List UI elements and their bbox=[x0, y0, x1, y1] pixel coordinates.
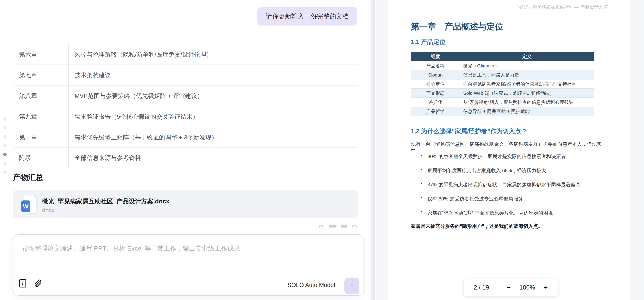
table-row: 产品形态 Solo Web 端（响应式，兼顾 PC 和移动端） bbox=[411, 88, 594, 97]
table-header-row: 维度 定义 bbox=[411, 52, 594, 61]
table-row: 附录 全部信息来源与参考资料 bbox=[14, 147, 358, 168]
scroll-dot[interactable] bbox=[3, 135, 6, 138]
word-badge: W bbox=[21, 200, 30, 212]
slash-command-icon[interactable]: / bbox=[19, 279, 26, 287]
header-cell-dimension: 维度 bbox=[411, 52, 460, 61]
dimension-cell: 产品名称 bbox=[411, 61, 460, 70]
chapter-cell: 附录 bbox=[14, 148, 69, 168]
dimension-cell: Slogan bbox=[411, 70, 460, 79]
model-selector[interactable]: SOLO Auto Model bbox=[287, 281, 335, 289]
chat-input[interactable] bbox=[22, 244, 340, 274]
bullet-marker: • bbox=[411, 167, 428, 174]
dimension-cell: 产品形态 bbox=[411, 89, 460, 97]
chapter-title-cell: 风控与伦理策略（隐私/防牟利/医疗免责/设计伦理） bbox=[69, 44, 358, 64]
bullet-marker: • bbox=[411, 210, 428, 216]
definition-cell: 面向罕见病患者家属/照护者的信息互助与心理支持社区 bbox=[460, 79, 594, 88]
arrow-up-icon: ↑ bbox=[350, 281, 354, 291]
scroll-dot-active[interactable] bbox=[3, 153, 6, 156]
artifacts-heading: 产物汇总 bbox=[13, 173, 43, 183]
send-button[interactable]: ↑ bbox=[344, 278, 360, 294]
table-row: 第八章 MVP范围与参赛策略（优先级矩阵 + 评审建议） bbox=[14, 85, 358, 106]
chapter-title-cell: 技术架构建议 bbox=[69, 65, 358, 85]
dimension-cell: 产品哲学 bbox=[411, 107, 460, 116]
action-icon[interactable] bbox=[329, 225, 336, 228]
section-heading-1-1: 1.1 产品定位 bbox=[411, 38, 446, 46]
list-item: • 仅有 30% 的受访者接受过专业心理健康服务 bbox=[411, 195, 616, 202]
document-page: 「微光」罕见病家属互助社区 — 产品设计方案 第一章 产品概述与定位 1.1 产… bbox=[388, 0, 630, 300]
definition-cell: 信息导航 + 同辈互助 + 照护赋能 bbox=[460, 107, 594, 116]
conclusion-statement: 家属是未被充分服务的“隐形用户”，这是我们的蓝海切入点。 bbox=[411, 223, 543, 229]
document-running-header: 「微光」罕见病家属互助社区 — 产品设计方案 bbox=[514, 4, 608, 10]
scroll-dot[interactable] bbox=[3, 144, 6, 147]
bullet-text: 家属平均年度医疗支出占家庭收入 68%，经济压力极大 bbox=[428, 167, 546, 174]
viewer-toolbar: 2 / 19 − 100% + bbox=[464, 279, 558, 296]
bullet-marker: • bbox=[411, 195, 428, 202]
table-row: 第十章 需求优先级修正矩阵（基于验证的调整 + 3个新发现） bbox=[14, 127, 358, 147]
bullet-text: 家属在“求医问药”过程中面临信息碎片化、真伪难辨的困境 bbox=[428, 210, 553, 216]
toolbar-separator bbox=[498, 283, 498, 292]
user-message-bubble: 请你更新输入一份完整的文档 bbox=[257, 7, 357, 26]
artifact-file-type: docx bbox=[42, 207, 54, 214]
definition-cell: 信息是工具，同路人是力量 bbox=[460, 70, 594, 79]
action-icon[interactable] bbox=[352, 225, 357, 228]
page-indicator: 2 / 19 bbox=[474, 284, 489, 291]
chapter-cell: 第六章 bbox=[14, 44, 69, 64]
bullet-marker: • bbox=[411, 181, 428, 188]
zoom-out-button[interactable]: − bbox=[507, 284, 511, 291]
list-item: • 家属平均年度医疗支出占家庭收入 68%，经济压力极大 bbox=[411, 167, 616, 174]
table-row: 第六章 风控与伦理策略（隐私/防牟利/医疗免责/设计伦理） bbox=[14, 44, 358, 64]
content-fade-overlay bbox=[9, 222, 364, 233]
positioning-table: 维度 定义 产品名称 微光（Glimmer） Slogan 信息是工具，同路人是… bbox=[411, 52, 594, 116]
scroll-dot[interactable] bbox=[3, 171, 6, 174]
dimension-cell: 差异化 bbox=[411, 98, 460, 107]
chat-composer: / SOLO Auto Model ↑ bbox=[13, 234, 364, 296]
chapter-cell: 第九章 bbox=[14, 106, 69, 127]
table-row: 核心定位 面向罕见病患者家属/照护者的信息互助与心理支持社区 bbox=[411, 79, 594, 88]
chapter-title-cell: 需求验证报告（5个核心假设的交叉验证结果） bbox=[69, 106, 358, 127]
chapters-table: 第六章 风控与伦理策略（隐私/防牟利/医疗免责/设计伦理） 第七章 技术架构建议… bbox=[14, 39, 358, 168]
table-row: 第七章 技术架构建议 bbox=[14, 64, 358, 85]
artifact-file-name: 微光_罕见病家属互助社区_产品设计方案.docx bbox=[42, 197, 170, 205]
zoom-level: 100% bbox=[519, 284, 535, 291]
scroll-dot[interactable] bbox=[3, 117, 6, 121]
chapter-title-cell: MVP范围与参赛策略（优先级矩阵 + 评审建议） bbox=[69, 86, 358, 106]
chapter-title-cell: 需求优先级修正矩阵（基于验证的调整 + 3个新发现） bbox=[69, 127, 358, 147]
scroll-dot[interactable] bbox=[3, 126, 6, 130]
list-item: • 家属在“求医问药”过程中面临信息碎片化、真伪难辨的困境 bbox=[411, 210, 616, 216]
chapter-heading: 第一章 产品概述与定位 bbox=[411, 21, 504, 32]
header-cell-definition: 定义 bbox=[460, 52, 594, 61]
artifact-file-card[interactable]: W 微光_罕见病家属互助社区_产品设计方案.docx docx bbox=[13, 190, 358, 218]
panel-divider bbox=[371, 0, 375, 300]
bullet-marker: • bbox=[411, 153, 428, 160]
definition-cell: 微光（Glimmer） bbox=[460, 61, 594, 70]
table-row: 差异化 从“家属视角”切入，聚焦照护者的信息焦虑和心理孤独 bbox=[411, 97, 594, 107]
bullet-list: • 80% 的患者需全天候照护，家属才是实际的信息搜索者和决策者 • 家属平均年… bbox=[411, 153, 616, 224]
definition-cell: 从“家属视角”切入，聚焦照护者的信息焦虑和心理孤独 bbox=[460, 98, 594, 107]
table-clipped-row bbox=[14, 39, 358, 44]
action-icon[interactable] bbox=[341, 225, 347, 228]
paperclip-icon[interactable] bbox=[34, 279, 42, 288]
word-document-icon: W bbox=[21, 195, 36, 214]
chapter-cell: 第八章 bbox=[14, 86, 69, 106]
bullet-text: 仅有 30% 的受访者接受过专业心理健康服务 bbox=[428, 195, 523, 202]
intro-paragraph: 现有平台（罕见病信息网、病痛挑战基金会、各病种病友群）主要面向患者本人，但现实中… bbox=[411, 141, 611, 154]
list-item: • 80% 的患者需全天候照护，家属才是实际的信息搜索者和决策者 bbox=[411, 153, 616, 160]
bullet-text: 37% 的罕见病患者出现抑郁症状，而家属的焦虑抑郁水平同样显著偏高 bbox=[428, 181, 580, 188]
list-item: • 37% 的罕见病患者出现抑郁症状，而家属的焦虑抑郁水平同样显著偏高 bbox=[411, 181, 616, 188]
chapter-title-cell: 全部信息来源与参考资料 bbox=[69, 148, 358, 168]
chapter-cell: 第七章 bbox=[14, 65, 69, 85]
chapter-cell: 第十章 bbox=[14, 127, 69, 147]
action-icon[interactable] bbox=[319, 225, 323, 228]
conversation-scroll-indicator bbox=[3, 117, 7, 180]
table-row: 第九章 需求验证报告（5个核心假设的交叉验证结果） bbox=[14, 106, 358, 127]
scroll-dot[interactable] bbox=[3, 162, 6, 165]
table-row: 产品名称 微光（Glimmer） bbox=[411, 61, 594, 70]
dimension-cell: 核心定位 bbox=[411, 79, 460, 88]
message-actions-toolbar-clipped bbox=[317, 225, 360, 228]
zoom-in-button[interactable]: + bbox=[544, 284, 548, 291]
definition-cell: Solo Web 端（响应式，兼顾 PC 和移动端） bbox=[460, 89, 594, 97]
app-window: 请你更新输入一份完整的文档 第六章 风控与伦理策略（隐私/防牟利/医疗免责/设计… bbox=[0, 0, 644, 300]
document-viewer: 「微光」罕见病家属互助社区 — 产品设计方案 第一章 产品概述与定位 1.1 产… bbox=[375, 0, 644, 300]
chat-panel: 请你更新输入一份完整的文档 第六章 风控与伦理策略（隐私/防牟利/医疗免责/设计… bbox=[0, 0, 371, 300]
section-heading-1-2: 1.2 为什么选择“家属/照护者”作为切入点？ bbox=[411, 127, 527, 135]
